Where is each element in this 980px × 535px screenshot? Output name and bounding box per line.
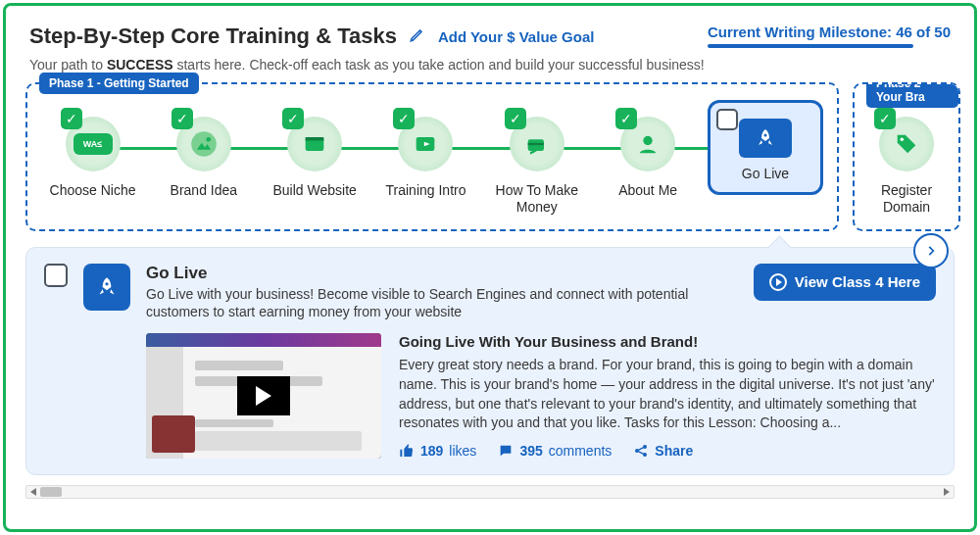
step-choose-niche[interactable]: ✓ WA≤ Choose Niche	[41, 114, 144, 199]
check-icon: ✓	[393, 108, 415, 129]
phase-2: Phase 2 - Your Bra ✓ Register Domain	[853, 82, 960, 231]
milestone-progress-bar	[708, 44, 913, 48]
step-register-domain[interactable]: ✓ Register Domain	[868, 114, 945, 216]
phase-1: Phase 1 - Getting Started ✓ WA≤ Choose N…	[25, 82, 839, 231]
svg-point-7	[643, 136, 652, 145]
comments-count: 395	[519, 443, 542, 459]
video-thumbnail[interactable]	[146, 333, 381, 459]
likes-count: 189	[420, 443, 443, 459]
share-label: Share	[655, 443, 693, 459]
svg-point-0	[191, 131, 217, 157]
svg-point-10	[105, 282, 108, 285]
svg-rect-3	[306, 137, 324, 141]
svg-point-9	[901, 138, 905, 142]
share-button[interactable]: Share	[633, 443, 693, 459]
lesson-card: Go Live Go Live with your business! Beco…	[25, 247, 955, 476]
svg-point-11	[636, 449, 639, 452]
check-icon: ✓	[61, 108, 82, 129]
svg-rect-6	[527, 143, 543, 145]
step-build-website[interactable]: ✓ Build Website	[264, 114, 367, 199]
thumbs-up-icon	[399, 443, 415, 459]
milestone: Current Writing Milestone: 46 of 50	[708, 24, 951, 48]
step-label: Build Website	[272, 182, 356, 199]
comment-icon	[498, 443, 514, 459]
article-text: Every great story needs a brand. For you…	[399, 356, 936, 432]
step-label: About Me	[618, 182, 677, 199]
phases-row: Phase 1 - Getting Started ✓ WA≤ Choose N…	[6, 82, 974, 231]
pencil-icon[interactable]	[409, 25, 426, 47]
horizontal-scrollbar[interactable]	[25, 485, 955, 499]
subtitle-pre: Your path to	[29, 57, 107, 73]
step-how-to-make-money[interactable]: ✓ How To Make Money	[485, 114, 588, 216]
view-class-button[interactable]: View Class 4 Here	[754, 264, 936, 301]
rocket-icon	[83, 264, 130, 311]
check-icon: ✓	[172, 108, 193, 129]
share-icon	[633, 443, 649, 459]
step-label: Training Intro	[386, 182, 466, 199]
step-training-intro[interactable]: ✓ Training Intro	[374, 114, 477, 199]
view-class-label: View Class 4 Here	[795, 273, 920, 290]
likes-button[interactable]: 189 likes	[399, 443, 476, 459]
step-label: Choose Niche	[50, 182, 136, 199]
play-icon	[237, 376, 290, 415]
step-about-me[interactable]: ✓ About Me	[597, 114, 700, 199]
svg-point-13	[644, 453, 647, 456]
check-icon: ✓	[505, 108, 526, 129]
article-title: Going Live With Your Business and Brand!	[399, 333, 936, 350]
likes-label: likes	[449, 443, 476, 459]
rocket-icon	[739, 119, 792, 158]
scroll-right-button[interactable]	[913, 233, 949, 268]
phase-1-steps: ✓ WA≤ Choose Niche ✓ Brand Idea	[41, 106, 823, 216]
step-label: Brand Idea	[171, 182, 238, 199]
milestone-text: Current Writing Milestone: 46 of 50	[708, 24, 951, 40]
training-panel: Step-By-Step Core Training & Tasks Add Y…	[3, 3, 977, 532]
lesson-title: Go Live	[146, 264, 738, 283]
step-label: How To Make Money	[485, 182, 588, 216]
svg-point-12	[644, 445, 647, 448]
comments-button[interactable]: 395 comments	[498, 443, 612, 459]
scrollbar-thumb[interactable]	[40, 487, 62, 497]
lesson-checkbox[interactable]	[44, 264, 68, 287]
check-icon: ✓	[282, 108, 304, 129]
svg-point-1	[206, 137, 211, 142]
check-icon: ✓	[874, 108, 896, 129]
subtitle-post: starts here. Check-off each task as you …	[173, 57, 705, 73]
phase-1-label: Phase 1 - Getting Started	[39, 73, 199, 94]
subtitle-bold: SUCCESS	[107, 57, 173, 73]
page-title: Step-By-Step Core Training & Tasks	[29, 24, 397, 49]
step-label: Register Domain	[868, 182, 945, 216]
checkbox-empty[interactable]	[716, 109, 738, 130]
social-row: 189 likes 395 comments Share	[399, 443, 936, 459]
step-label: Go Live	[742, 166, 789, 182]
lesson-description: Go Live with your business! Become visib…	[146, 285, 738, 322]
svg-point-8	[763, 134, 766, 137]
comments-label: comments	[549, 443, 612, 459]
phase-2-label: Phase 2 - Your Bra	[866, 82, 958, 108]
step-brand-idea[interactable]: ✓ Brand Idea	[152, 114, 255, 199]
header: Step-By-Step Core Training & Tasks Add Y…	[6, 6, 974, 57]
step-go-live[interactable]: Go Live	[708, 100, 823, 195]
add-value-goal-link[interactable]: Add Your $ Value Goal	[438, 28, 595, 45]
check-icon: ✓	[615, 108, 637, 129]
play-circle-icon	[769, 273, 787, 291]
